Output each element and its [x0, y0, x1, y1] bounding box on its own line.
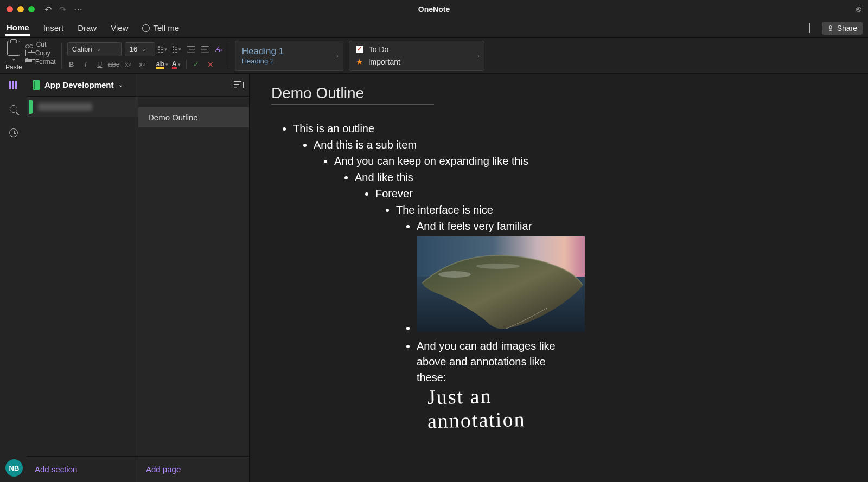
share-icon: ⇪: [827, 24, 834, 33]
outline-item[interactable]: This is an outline And this is a sub ite…: [293, 121, 846, 430]
ink-annotation[interactable]: Just an: [427, 384, 569, 408]
section-name-redacted: [38, 103, 92, 111]
outline-text: The interface is nice: [396, 204, 493, 216]
tag-important[interactable]: ★ Important: [356, 57, 477, 67]
sort-pages-button[interactable]: [234, 81, 242, 89]
ribbon-home: ▾ Paste Cut Copy Format Calibri⌄ 16⌄ ▾ ▾…: [0, 38, 868, 74]
page-title[interactable]: Demo Outline: [271, 85, 434, 105]
paste-button[interactable]: ▾ Paste: [5, 41, 22, 71]
bold-button[interactable]: B: [67, 60, 76, 69]
format-label: Format: [35, 58, 56, 66]
subscript-button[interactable]: x2: [124, 60, 132, 69]
font-name-combo[interactable]: Calibri⌄: [67, 42, 122, 56]
tab-insert[interactable]: Insert: [42, 21, 65, 35]
increase-indent-button[interactable]: [201, 45, 209, 54]
section-color-tab: [29, 100, 33, 114]
redo-button[interactable]: ↷: [59, 4, 66, 15]
window-titlebar: ↶ ↷ ⋯ OneNote ⎋: [0, 0, 868, 18]
svg-point-2: [438, 271, 471, 278]
outline-item[interactable]: And it feels very familiar: [417, 218, 846, 234]
style-heading1[interactable]: Heading 1: [242, 46, 336, 57]
search-icon: [10, 105, 17, 113]
copy-button[interactable]: Copy: [25, 49, 56, 57]
share-button[interactable]: ⇪ Share: [822, 22, 863, 35]
outline-text: And you can add images like above and an…: [417, 340, 556, 383]
ink-text-line: annotation: [427, 408, 526, 432]
page-list-item[interactable]: [138, 127, 249, 138]
copy-icon: [25, 50, 32, 56]
tell-me-search[interactable]: Tell me: [141, 21, 180, 35]
font-size-value: 16: [130, 45, 137, 53]
page-list-item-label: Demo Outline: [148, 113, 198, 122]
outline-text: And you can keep on expanding like this: [334, 155, 528, 167]
tab-view[interactable]: View: [110, 21, 129, 35]
outline-item[interactable]: And you can add images like above and an…: [417, 338, 569, 430]
open-in-app-icon[interactable]: ⎋: [856, 4, 861, 14]
superscript-button[interactable]: x2: [138, 60, 146, 69]
outline-text: And like this: [355, 171, 413, 183]
bullet-list-button[interactable]: ▾: [158, 45, 167, 54]
ink-annotation[interactable]: annotation: [427, 408, 569, 432]
embedded-image[interactable]: [417, 236, 585, 332]
page-list-item-active[interactable]: Demo Outline: [138, 107, 249, 127]
style-heading2[interactable]: Heading 2: [242, 57, 336, 65]
decrease-indent-button[interactable]: [187, 45, 195, 54]
tag-todo[interactable]: ✓ To Do: [356, 45, 477, 54]
recent-rail-button[interactable]: [8, 127, 20, 139]
ink-text-line: Just an: [427, 384, 492, 408]
font-name-value: Calibri: [72, 45, 92, 53]
tab-draw[interactable]: Draw: [76, 21, 98, 35]
star-icon: ★: [356, 57, 363, 67]
strikethrough-button[interactable]: abc: [110, 60, 118, 69]
numbered-list-button[interactable]: ▾: [173, 45, 181, 54]
add-page-button[interactable]: Add page: [138, 456, 249, 482]
more-button[interactable]: ⋯: [74, 4, 82, 15]
outline-item[interactable]: And this is a sub item And you can keep …: [314, 137, 846, 430]
chevron-down-icon: ⌄: [118, 81, 123, 88]
section-sidebar: App Development ⌄ Add section: [27, 74, 138, 482]
styles-gallery[interactable]: Heading 1 Heading 2 ›: [235, 41, 343, 71]
clipboard-icon: [7, 41, 20, 56]
checkbox-icon: ✓: [356, 46, 363, 53]
clock-icon: [9, 128, 18, 137]
outline-item[interactable]: The interface is nice And it feels very …: [396, 202, 846, 430]
section-item[interactable]: [27, 97, 138, 117]
italic-button[interactable]: I: [81, 60, 90, 69]
tags-more-icon[interactable]: ›: [477, 53, 480, 59]
add-page-label: Add page: [146, 465, 181, 474]
note-canvas[interactable]: Demo Outline This is an outline And this…: [250, 74, 868, 482]
add-section-label: Add section: [35, 465, 77, 474]
notebooks-rail-button[interactable]: [8, 79, 20, 91]
search-rail-button[interactable]: [8, 103, 20, 115]
sync-icon[interactable]: [809, 23, 810, 33]
window-maximize-button[interactable]: [28, 6, 35, 12]
share-label: Share: [837, 24, 857, 33]
underline-button[interactable]: U: [95, 60, 104, 69]
outline-item[interactable]: And like this Forever The interface is n…: [355, 170, 846, 430]
delete-button[interactable]: ✕: [206, 60, 215, 69]
account-avatar[interactable]: NB: [5, 459, 23, 477]
undo-button[interactable]: ↶: [44, 4, 52, 15]
check-button[interactable]: ✓: [192, 60, 201, 69]
add-section-button[interactable]: Add section: [27, 456, 138, 482]
tags-gallery[interactable]: ✓ To Do ★ Important ›: [349, 41, 484, 71]
clear-formatting-button[interactable]: Aᵩ: [215, 45, 224, 54]
svg-point-3: [476, 264, 520, 269]
app-title: OneNote: [0, 5, 868, 14]
page-list-item[interactable]: [138, 97, 249, 107]
styles-more-icon[interactable]: ›: [336, 53, 339, 59]
outline-item[interactable]: And you can keep on expanding like this …: [334, 153, 846, 430]
window-close-button[interactable]: [7, 6, 13, 12]
outline-text: Forever: [375, 188, 413, 200]
tab-home[interactable]: Home: [5, 21, 30, 36]
highlight-color-button[interactable]: ab▾: [158, 60, 167, 69]
tag-important-label: Important: [368, 57, 400, 66]
font-size-combo[interactable]: 16⌄: [125, 42, 155, 56]
outline-list[interactable]: This is an outline And this is a sub ite…: [293, 121, 846, 430]
outline-item-image[interactable]: [417, 236, 846, 336]
outline-item[interactable]: Forever The interface is nice And it fee…: [375, 186, 846, 430]
window-minimize-button[interactable]: [17, 6, 24, 12]
notebook-picker[interactable]: App Development ⌄: [27, 74, 138, 97]
cut-button[interactable]: Cut: [25, 41, 56, 48]
font-color-button[interactable]: A▾: [172, 60, 181, 69]
